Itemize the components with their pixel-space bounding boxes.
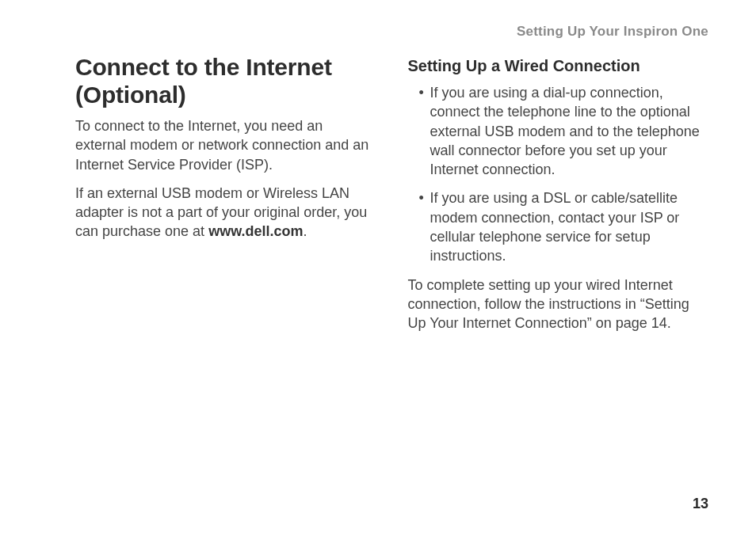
right-column: Setting Up a Wired Connection If you are… — [408, 54, 709, 343]
list-item: If you are using a DSL or cable/satellit… — [430, 188, 709, 265]
page-number: 13 — [693, 496, 708, 512]
page: Setting Up Your Inspiron One Connect to … — [0, 0, 756, 536]
bullet-list: If you are using a dial-up connection, c… — [408, 83, 709, 266]
section-heading: Connect to the Internet (Optional) — [75, 54, 376, 108]
content-columns: Connect to the Internet (Optional) To co… — [75, 54, 708, 343]
subsection-heading: Setting Up a Wired Connection — [408, 57, 709, 75]
left-column: Connect to the Internet (Optional) To co… — [75, 54, 376, 343]
purchase-paragraph: If an external USB modem or Wireless LAN… — [75, 184, 376, 241]
purchase-text-b: . — [303, 223, 307, 239]
closing-paragraph: To complete setting up your wired Intern… — [408, 276, 709, 333]
running-header: Setting Up Your Inspiron One — [75, 24, 708, 40]
list-item: If you are using a dial-up connection, c… — [430, 83, 709, 179]
dell-url: www.dell.com — [208, 223, 303, 239]
intro-paragraph: To connect to the Internet, you need an … — [75, 116, 376, 174]
